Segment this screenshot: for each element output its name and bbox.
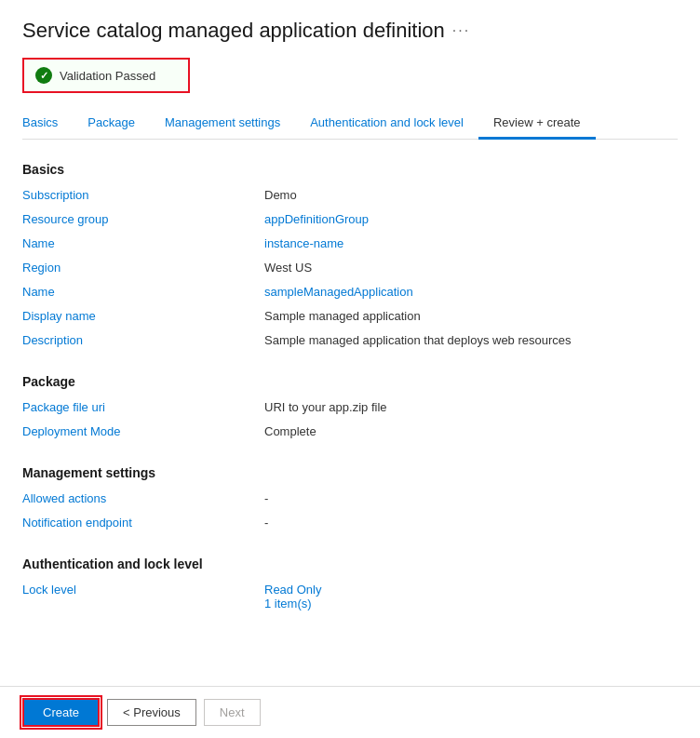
field-resource-group: Resource group appDefinitionGroup <box>22 212 678 231</box>
section-management: Management settings Allowed actions - No… <box>22 465 678 534</box>
field-region: Region West US <box>22 261 678 279</box>
label-resource-group: Resource group <box>22 212 264 231</box>
tab-management[interactable]: Management settings <box>150 108 295 140</box>
value-resource-group: appDefinitionGroup <box>264 212 369 231</box>
label-deployment-mode: Deployment Mode <box>22 424 264 443</box>
section-basics-title: Basics <box>22 162 678 177</box>
label-name-2: Name <box>22 285 264 303</box>
tab-basics[interactable]: Basics <box>22 108 73 140</box>
label-package-uri: Package file uri <box>22 400 264 419</box>
previous-button[interactable]: < Previous <box>107 699 196 726</box>
section-package: Package Package file uri URI to your app… <box>22 374 678 443</box>
next-button[interactable]: Next <box>204 699 261 726</box>
value-name-2: sampleManagedApplication <box>264 285 413 303</box>
value-lock-level-container: Read Only 1 item(s) <box>264 583 321 611</box>
field-name-2: Name sampleManagedApplication <box>22 285 678 303</box>
field-package-uri: Package file uri URI to your app.zip fil… <box>22 400 678 419</box>
validation-icon <box>35 67 52 84</box>
label-display-name: Display name <box>22 309 264 328</box>
value-description: Sample managed application that deploys … <box>264 333 572 352</box>
value-display-name: Sample managed application <box>264 309 421 328</box>
footer-bar: Create < Previous Next <box>0 686 700 738</box>
section-auth: Authentication and lock level Lock level… <box>22 557 678 611</box>
tab-auth[interactable]: Authentication and lock level <box>295 108 478 140</box>
page-title-dots: ··· <box>452 22 470 39</box>
value-subscription: Demo <box>264 188 297 207</box>
value-package-uri: URI to your app.zip file <box>264 400 387 419</box>
label-subscription: Subscription <box>22 188 264 207</box>
validation-banner: Validation Passed <box>22 58 190 93</box>
label-notification-endpoint: Notification endpoint <box>22 516 264 534</box>
field-allowed-actions: Allowed actions - <box>22 491 678 510</box>
value-lock-level: Read Only <box>264 583 321 597</box>
value-name-1: instance-name <box>264 236 343 255</box>
value-allowed-actions: - <box>264 491 268 510</box>
create-button[interactable]: Create <box>22 698 100 727</box>
page-title: Service catalog managed application defi… <box>22 19 678 43</box>
label-allowed-actions: Allowed actions <box>22 491 264 510</box>
field-lock-level: Lock level Read Only 1 item(s) <box>22 583 678 611</box>
tab-review[interactable]: Review + create <box>478 108 596 140</box>
value-region: West US <box>264 261 312 279</box>
label-description: Description <box>22 333 264 352</box>
label-name-1: Name <box>22 236 264 255</box>
validation-text: Validation Passed <box>60 69 155 83</box>
field-name-1: Name instance-name <box>22 236 678 255</box>
page-title-text: Service catalog managed application defi… <box>22 19 445 43</box>
tabs-container: Basics Package Management settings Authe… <box>22 108 678 140</box>
label-lock-level: Lock level <box>22 583 264 611</box>
field-subscription: Subscription Demo <box>22 188 678 207</box>
field-description: Description Sample managed application t… <box>22 333 678 352</box>
label-region: Region <box>22 261 264 279</box>
field-display-name: Display name Sample managed application <box>22 309 678 328</box>
tab-package[interactable]: Package <box>73 108 150 140</box>
field-deployment-mode: Deployment Mode Complete <box>22 424 678 443</box>
value-lock-level-count: 1 item(s) <box>264 597 321 611</box>
section-auth-title: Authentication and lock level <box>22 557 678 571</box>
page-container: Service catalog managed application defi… <box>0 0 700 611</box>
value-deployment-mode: Complete <box>264 424 316 443</box>
section-package-title: Package <box>22 374 678 389</box>
value-notification-endpoint: - <box>264 516 268 534</box>
section-management-title: Management settings <box>22 465 678 480</box>
field-notification-endpoint: Notification endpoint - <box>22 516 678 534</box>
section-basics: Basics Subscription Demo Resource group … <box>22 162 678 352</box>
